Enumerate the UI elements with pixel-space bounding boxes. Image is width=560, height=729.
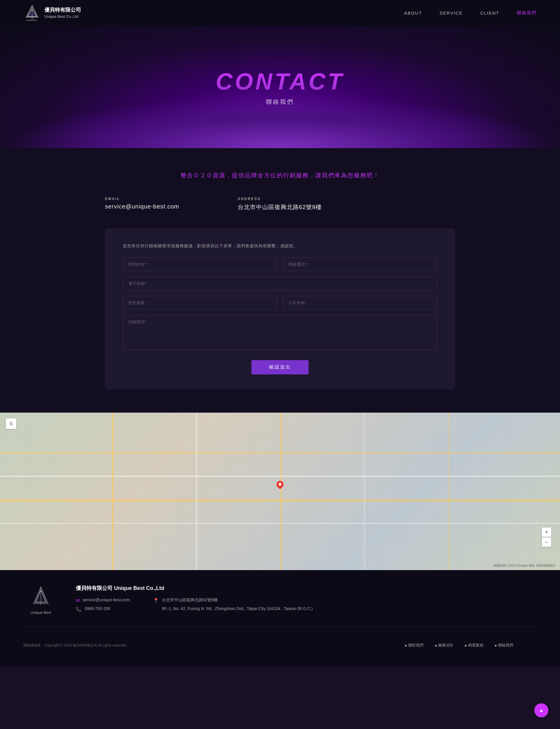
nav-about[interactable]: ABOUT — [404, 11, 422, 15]
email-block: EMAIL service@unique-best.com — [105, 197, 179, 211]
industry-input[interactable] — [123, 296, 277, 310]
svg-text:Unique Best: Unique Best — [26, 19, 37, 22]
navbar: Unique Best 優貝特有限公司 Unique Best Co.,Ltd … — [0, 0, 560, 26]
footer-company: 優貝特有限公司 Unique Best Co.,Ltd — [76, 585, 537, 592]
hero-title: CONTACT — [216, 68, 344, 95]
logo[interactable]: Unique Best 優貝特有限公司 Unique Best Co.,Ltd — [23, 4, 81, 22]
address-icon: 📍 — [153, 598, 159, 603]
map-streetview-button[interactable]: ☰ — [6, 418, 16, 429]
footer-info: 優貝特有限公司 Unique Best Co.,Ltd ✉ service@un… — [76, 585, 537, 612]
footer-phone: 📞 0989-750-158 — [76, 606, 130, 612]
zoom-out-button[interactable]: − — [542, 537, 551, 547]
map-marker — [276, 481, 284, 491]
road-v-2 — [196, 412, 197, 570]
submit-button[interactable]: 確認送出 — [251, 360, 309, 374]
submit-row: 確認送出 — [123, 360, 437, 374]
hero-subtitle: 聯絡我們 — [266, 98, 294, 106]
email-value: service@unique-best.com — [105, 203, 179, 210]
footer-details: ✉ service@unique-best.com 📞 0989-750-158… — [76, 597, 537, 612]
company-group — [283, 296, 437, 310]
footer-nav-contact[interactable]: 聯絡我們 — [495, 643, 513, 648]
contact-form-card: 若您有任何行銷相關需求或服務建議，歡迎填寫以下表單，我們會盡快與您聯繫，感謝您。 — [105, 229, 455, 389]
footer-col-left: ✉ service@unique-best.com 📞 0989-750-158 — [76, 597, 130, 612]
tagline: 整合Ｏ２Ｏ資源，提供品牌全方位的行銷服務，讓我們來為您服務吧！ — [105, 172, 455, 179]
form-row-2 — [123, 277, 437, 290]
footer-address-tw: 📍 台北市中山區復興北路62號9樓 — [153, 597, 313, 603]
email-icon: ✉ — [76, 598, 80, 603]
map-placeholder: 地圖資料 ©2024 Google 條款 回報地圖錯誤 + − ☰ — [0, 412, 560, 570]
phone-icon: 📞 — [76, 606, 82, 612]
industry-group — [123, 296, 277, 310]
footer-phone-value: 0989-750-158 — [85, 606, 110, 611]
footer: Unique Best 優貝特有限公司 Unique Best Co.,Ltd … — [0, 570, 560, 667]
footer-nav-service[interactable]: 服務項目 — [435, 643, 454, 648]
name-input[interactable] — [123, 258, 277, 271]
footer-copyright: 隱私權政策 Copyright © 2024 優貝特有限公司 All right… — [23, 643, 126, 648]
phone-group — [283, 258, 437, 271]
footer-address-en: 📍 9F.-1, No. 62, Fuxing N. Rd., Zhongsha… — [153, 606, 313, 612]
footer-nav-cases[interactable]: 精選案例 — [465, 643, 483, 648]
email-input[interactable] — [123, 277, 437, 290]
footer-logo: Unique Best — [23, 585, 58, 615]
footer-logo-text: Unique Best — [31, 610, 51, 615]
footer-address-en-value: 9F.-1, No. 62, Fuxing N. Rd., Zhongshan … — [162, 606, 313, 611]
nav-service[interactable]: SERVICE — [440, 11, 463, 15]
name-group — [123, 258, 277, 271]
footer-logo-icon — [29, 585, 53, 608]
phone-input[interactable] — [283, 258, 437, 271]
form-hint: 若您有任何行銷相關需求或服務建議，歡迎填寫以下表單，我們會盡快與您聯繫，感謝您。 — [123, 244, 437, 249]
contact-info: EMAIL service@unique-best.com ADDRESS 台北… — [105, 197, 455, 211]
scroll-top-button[interactable] — [534, 703, 548, 717]
footer-bottom: 隱私權政策 Copyright © 2024 優貝特有限公司 All right… — [23, 632, 537, 658]
form-row-3 — [123, 296, 437, 310]
footer-col-right: 📍 台北市中山區復興北路62號9樓 📍 9F.-1, No. 62, Fuxin… — [153, 597, 313, 612]
footer-nav-about[interactable]: 關於我們 — [405, 643, 423, 648]
nav-links: ABOUT SERVICE CLIENT 聯絡我們 — [404, 10, 537, 16]
message-textarea[interactable] — [123, 315, 437, 350]
email-label: EMAIL — [105, 197, 179, 201]
company-input[interactable] — [283, 296, 437, 310]
road-v-4 — [364, 412, 365, 570]
form-row-4 — [123, 315, 437, 352]
footer-email: ✉ service@unique-best.com — [76, 597, 130, 603]
road-v-1 — [112, 412, 114, 570]
map-zoom-controls: + − — [542, 527, 551, 547]
footer-address-tw-value: 台北市中山區復興北路62號9樓 — [162, 597, 218, 603]
address-block: ADDRESS 台北市中山區復興北路62號9樓 — [238, 197, 322, 211]
message-group — [123, 315, 437, 352]
address-value: 台北市中山區復興北路62號9樓 — [238, 203, 322, 211]
address-label: ADDRESS — [238, 197, 322, 201]
form-row-1 — [123, 258, 437, 271]
map-section[interactable]: 地圖資料 ©2024 Google 條款 回報地圖錯誤 + − ☰ — [0, 412, 560, 570]
email-group — [123, 277, 437, 290]
footer-main: Unique Best 優貝特有限公司 Unique Best Co.,Ltd … — [23, 585, 537, 615]
footer-divider — [23, 626, 537, 627]
zoom-in-button[interactable]: + — [542, 527, 551, 537]
map-pin — [275, 479, 285, 489]
road-v-3 — [280, 412, 282, 570]
nav-client[interactable]: CLIENT — [480, 11, 499, 15]
logo-text: 優貝特有限公司 Unique Best Co.,Ltd — [44, 6, 81, 19]
hero-section: CONTACT 聯絡我們 — [0, 26, 560, 148]
footer-nav: 關於我們 服務項目 精選案例 聯絡我們 — [382, 632, 537, 658]
map-copyright: 地圖資料 ©2024 Google 條款 回報地圖錯誤 — [493, 563, 555, 568]
content-section: 整合Ｏ２Ｏ資源，提供品牌全方位的行銷服務，讓我們來為您服務吧！ EMAIL se… — [0, 148, 560, 412]
footer-email-value: service@unique-best.com — [83, 597, 130, 602]
nav-contact[interactable]: 聯絡我們 — [517, 10, 537, 16]
logo-icon: Unique Best — [23, 4, 41, 22]
road-v-5 — [448, 412, 449, 570]
